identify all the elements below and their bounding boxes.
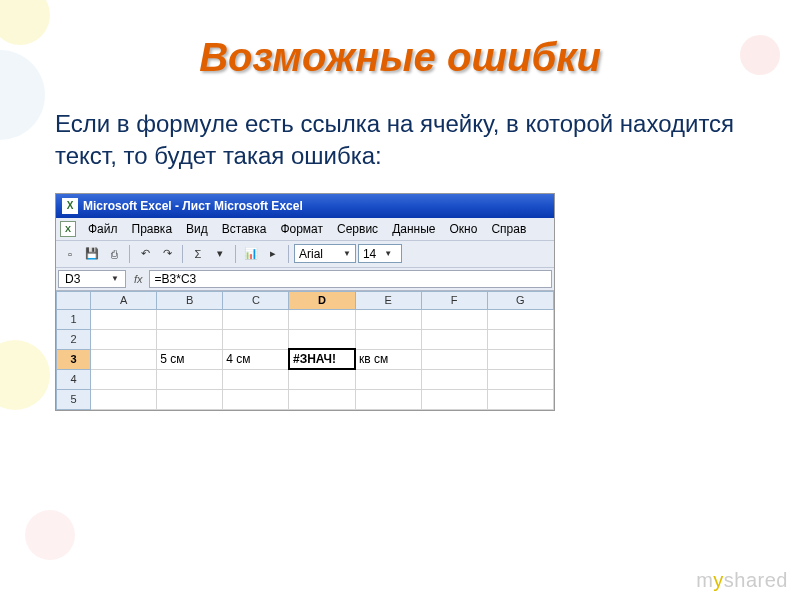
spreadsheet-grid[interactable]: A B C D E F G 1 2 3 5 см 4 см #ЗНАЧ xyxy=(56,291,554,410)
cell[interactable] xyxy=(223,389,289,409)
formula-bar-row: D3 ▼ fx =B3*C3 xyxy=(56,268,554,291)
cell[interactable] xyxy=(157,369,223,389)
cell[interactable] xyxy=(91,329,157,349)
row-header-active[interactable]: 3 xyxy=(57,349,91,369)
menu-insert[interactable]: Вставка xyxy=(216,220,273,238)
column-header[interactable]: F xyxy=(421,291,487,309)
column-header-active[interactable]: D xyxy=(289,291,355,309)
chart-icon[interactable]: 📊 xyxy=(241,244,261,264)
menu-edit[interactable]: Правка xyxy=(126,220,179,238)
chevron-down-icon: ▼ xyxy=(384,249,392,258)
cell-e3[interactable]: кв см xyxy=(355,349,421,369)
menu-format[interactable]: Формат xyxy=(274,220,329,238)
cell[interactable] xyxy=(421,369,487,389)
cell[interactable] xyxy=(487,369,553,389)
formula-bar[interactable]: =B3*C3 xyxy=(149,270,552,288)
autosum-icon[interactable]: Σ xyxy=(188,244,208,264)
menu-data[interactable]: Данные xyxy=(386,220,441,238)
window-title: Microsoft Excel - Лист Microsoft Excel xyxy=(83,199,303,213)
cell[interactable] xyxy=(487,389,553,409)
name-box-value: D3 xyxy=(65,272,80,286)
menu-help[interactable]: Справ xyxy=(485,220,532,238)
row-header[interactable]: 2 xyxy=(57,329,91,349)
cell[interactable] xyxy=(355,329,421,349)
toolbar-separator xyxy=(129,245,130,263)
column-header[interactable]: E xyxy=(355,291,421,309)
cell-b3[interactable]: 5 см xyxy=(157,349,223,369)
titlebar: X Microsoft Excel - Лист Microsoft Excel xyxy=(56,194,554,218)
cell[interactable] xyxy=(91,369,157,389)
cell[interactable] xyxy=(91,389,157,409)
chevron-down-icon: ▼ xyxy=(343,249,351,258)
cell[interactable] xyxy=(421,329,487,349)
cell[interactable] xyxy=(289,329,355,349)
column-header[interactable]: C xyxy=(223,291,289,309)
toolbar-separator xyxy=(288,245,289,263)
redo-icon[interactable]: ↷ xyxy=(157,244,177,264)
row-header[interactable]: 5 xyxy=(57,389,91,409)
excel-app-icon: X xyxy=(62,198,78,214)
new-doc-icon[interactable]: ▫ xyxy=(60,244,80,264)
excel-doc-icon: X xyxy=(60,221,76,237)
watermark: myshared xyxy=(696,569,788,592)
dropdown-icon[interactable]: ▾ xyxy=(210,244,230,264)
cell[interactable] xyxy=(157,329,223,349)
cell[interactable] xyxy=(421,349,487,369)
row-header[interactable]: 4 xyxy=(57,369,91,389)
cell[interactable] xyxy=(223,309,289,329)
cell[interactable] xyxy=(157,389,223,409)
menu-tools[interactable]: Сервис xyxy=(331,220,384,238)
cell[interactable] xyxy=(487,329,553,349)
column-header[interactable]: G xyxy=(487,291,553,309)
cell[interactable] xyxy=(91,349,157,369)
font-size-value: 14 xyxy=(363,247,376,261)
cell[interactable] xyxy=(289,309,355,329)
cell[interactable] xyxy=(289,389,355,409)
formula-value: =B3*C3 xyxy=(155,272,197,286)
fx-label[interactable]: fx xyxy=(128,273,149,285)
cell[interactable] xyxy=(421,309,487,329)
undo-icon[interactable]: ↶ xyxy=(135,244,155,264)
toolbar-separator xyxy=(182,245,183,263)
slide-title: Возможные ошибки xyxy=(0,0,800,80)
name-box[interactable]: D3 ▼ xyxy=(58,270,126,288)
more-icon[interactable]: ▸ xyxy=(263,244,283,264)
cell[interactable] xyxy=(355,309,421,329)
cell[interactable] xyxy=(91,309,157,329)
slide-description: Если в формуле есть ссылка на ячейку, в … xyxy=(55,108,745,173)
select-all-corner[interactable] xyxy=(57,291,91,309)
toolbar-separator xyxy=(235,245,236,263)
font-size-selector[interactable]: 14 ▼ xyxy=(358,244,402,263)
row-header[interactable]: 1 xyxy=(57,309,91,329)
cell[interactable] xyxy=(223,329,289,349)
column-header[interactable]: A xyxy=(91,291,157,309)
excel-window: X Microsoft Excel - Лист Microsoft Excel… xyxy=(55,193,555,411)
cell[interactable] xyxy=(487,349,553,369)
menu-file[interactable]: Файл xyxy=(82,220,124,238)
cell[interactable] xyxy=(355,389,421,409)
cell[interactable] xyxy=(289,369,355,389)
cell-d3-active[interactable]: #ЗНАЧ! xyxy=(289,349,355,369)
menu-view[interactable]: Вид xyxy=(180,220,214,238)
cell[interactable] xyxy=(355,369,421,389)
menu-window[interactable]: Окно xyxy=(443,220,483,238)
cell[interactable] xyxy=(487,309,553,329)
font-name-value: Arial xyxy=(299,247,323,261)
font-name-selector[interactable]: Arial ▼ xyxy=(294,244,356,263)
cell-c3[interactable]: 4 см xyxy=(223,349,289,369)
decoration-circle xyxy=(0,340,50,410)
chevron-down-icon: ▼ xyxy=(111,274,119,283)
cell[interactable] xyxy=(223,369,289,389)
print-icon[interactable]: ⎙ xyxy=(104,244,124,264)
column-header[interactable]: B xyxy=(157,291,223,309)
toolbar: ▫ 💾 ⎙ ↶ ↷ Σ ▾ 📊 ▸ Arial ▼ 14 ▼ xyxy=(56,241,554,268)
save-icon[interactable]: 💾 xyxy=(82,244,102,264)
cell[interactable] xyxy=(421,389,487,409)
menubar: X Файл Правка Вид Вставка Формат Сервис … xyxy=(56,218,554,241)
cell[interactable] xyxy=(157,309,223,329)
decoration-circle xyxy=(25,510,75,560)
decoration-circle xyxy=(740,35,780,75)
